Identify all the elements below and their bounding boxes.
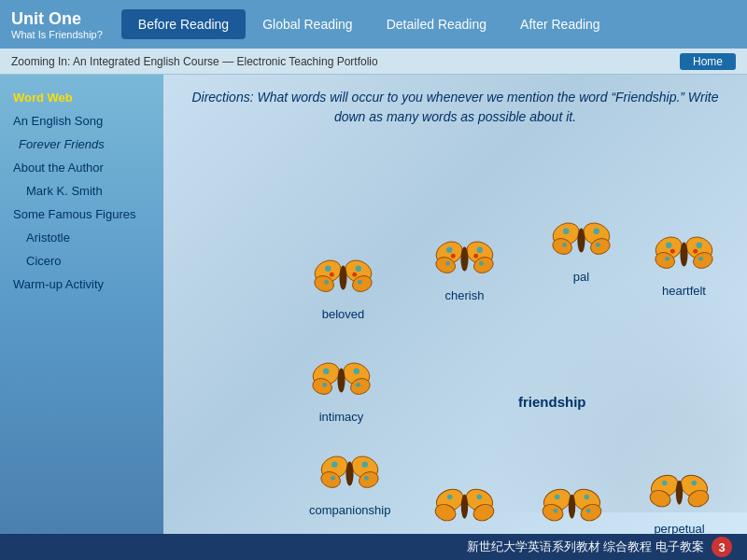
word-companionship: companionship xyxy=(309,450,390,517)
svg-point-69 xyxy=(346,461,354,485)
svg-point-27 xyxy=(563,228,570,234)
svg-point-5 xyxy=(325,265,331,272)
tab-after-reading[interactable]: After Reading xyxy=(503,9,617,39)
header-title: Unit One What Is Friendship? xyxy=(11,9,103,40)
word-heartfelt: heartfelt xyxy=(654,231,714,298)
footer: 新世纪大学英语系列教材 综合教程 电子教案 3 xyxy=(0,534,747,560)
sidebar-item-aristotle[interactable]: Aristotle xyxy=(0,226,163,249)
content-area: Directions: What words will occur to you… xyxy=(163,75,747,534)
svg-point-55 xyxy=(354,368,360,374)
word-beloved: beloved xyxy=(313,254,374,321)
sidebar-item-mark-smith[interactable]: Mark K. Smith xyxy=(0,179,163,203)
svg-point-17 xyxy=(477,246,484,253)
svg-point-35 xyxy=(680,242,687,266)
word-web: beloved cherish xyxy=(163,133,747,512)
svg-point-9 xyxy=(330,273,334,277)
sidebar-item-famous-figures[interactable]: Some Famous Figures xyxy=(0,203,163,226)
footer-icon: 3 xyxy=(712,537,732,557)
butterfly-icon xyxy=(313,254,374,305)
svg-point-87 xyxy=(585,495,590,500)
header: Unit One What Is Friendship? Before Read… xyxy=(0,0,747,49)
unit-title: Unit One xyxy=(11,9,103,29)
sidebar: Word Web An English Song Forever Friends… xyxy=(0,75,163,534)
butterfly-icon xyxy=(654,231,714,282)
svg-point-96 xyxy=(692,481,698,486)
svg-point-40 xyxy=(670,249,675,254)
svg-point-54 xyxy=(323,368,330,374)
svg-point-86 xyxy=(555,495,560,500)
word-label-perpetual: perpetual xyxy=(654,522,704,534)
butterfly-icon xyxy=(434,235,495,287)
footer-text: 新世纪大学英语系列教材 综合教程 电子教案 xyxy=(467,539,704,555)
svg-point-7 xyxy=(324,280,329,285)
main-layout: Word Web An English Song Forever Friends… xyxy=(0,75,747,534)
sidebar-item-word-web[interactable]: Word Web xyxy=(0,86,163,109)
svg-point-53 xyxy=(337,368,345,392)
svg-point-26 xyxy=(577,228,585,252)
word-share: share xyxy=(542,483,602,534)
svg-point-10 xyxy=(352,273,357,277)
svg-point-21 xyxy=(473,254,478,259)
subheader: Zooming In: An Integrated English Course… xyxy=(0,49,747,75)
svg-point-8 xyxy=(358,280,362,285)
svg-point-72 xyxy=(331,476,335,481)
word-label-intimacy: intimacy xyxy=(319,410,364,424)
word-intimacy: intimacy xyxy=(311,357,372,424)
nav-tabs: Before Reading Global Reading Detailed R… xyxy=(121,9,617,39)
tab-global-reading[interactable]: Global Reading xyxy=(246,9,370,39)
butterfly-icon xyxy=(434,483,495,534)
word-label-cherish: cherish xyxy=(445,288,485,302)
svg-point-19 xyxy=(479,261,484,266)
butterfly-icon xyxy=(649,469,710,520)
svg-point-29 xyxy=(562,243,567,247)
svg-point-94 xyxy=(676,481,683,505)
sidebar-item-forever-friends[interactable]: Forever Friends xyxy=(0,133,163,156)
svg-point-95 xyxy=(662,481,668,486)
word-label-pal: pal xyxy=(573,270,589,284)
word-pal: pal xyxy=(551,217,612,284)
svg-point-37 xyxy=(697,242,703,248)
word-cherish: cherish xyxy=(434,235,495,302)
word-label-heartfelt: heartfelt xyxy=(662,284,706,298)
svg-point-6 xyxy=(356,265,362,272)
svg-point-18 xyxy=(445,261,450,266)
butterfly-icon xyxy=(551,217,612,268)
svg-point-30 xyxy=(596,243,600,247)
butterfly-icon xyxy=(319,450,380,501)
svg-point-16 xyxy=(446,246,453,253)
svg-point-57 xyxy=(356,383,360,387)
svg-point-20 xyxy=(451,254,456,259)
svg-point-4 xyxy=(339,265,346,289)
word-label-companionship: companionship xyxy=(309,503,390,517)
word-label-friendship: friendship xyxy=(518,394,586,410)
butterfly-icon xyxy=(311,357,372,408)
svg-point-56 xyxy=(322,383,327,387)
sidebar-item-warmup[interactable]: Warm-up Activity xyxy=(0,273,163,296)
svg-point-71 xyxy=(362,461,369,468)
butterfly-icon xyxy=(542,483,602,534)
svg-point-70 xyxy=(331,461,338,468)
svg-point-85 xyxy=(569,495,575,519)
word-friendship: friendship xyxy=(518,392,586,410)
svg-point-15 xyxy=(460,246,468,271)
unit-subtitle: What Is Friendship? xyxy=(11,29,103,40)
sidebar-item-english-song[interactable]: An English Song xyxy=(0,109,163,133)
svg-point-80 xyxy=(477,495,483,500)
svg-point-79 xyxy=(447,495,453,500)
svg-point-78 xyxy=(461,495,468,519)
sidebar-item-cicero[interactable]: Cicero xyxy=(0,249,163,273)
svg-point-36 xyxy=(666,242,672,248)
svg-point-89 xyxy=(586,509,591,513)
svg-point-41 xyxy=(693,249,698,254)
svg-point-28 xyxy=(594,228,600,234)
tab-detailed-reading[interactable]: Detailed Reading xyxy=(370,9,503,39)
svg-point-38 xyxy=(665,257,669,261)
home-button[interactable]: Home xyxy=(680,53,736,70)
word-perpetual: perpetual xyxy=(649,469,710,534)
subheader-text: Zooming In: An Integrated English Course… xyxy=(11,55,378,68)
svg-point-39 xyxy=(698,257,703,261)
tab-before-reading[interactable]: Before Reading xyxy=(121,9,246,39)
sidebar-item-about-author[interactable]: About the Author xyxy=(0,156,163,179)
word-everlasting: everlasting xyxy=(434,483,495,534)
svg-point-88 xyxy=(554,509,558,513)
